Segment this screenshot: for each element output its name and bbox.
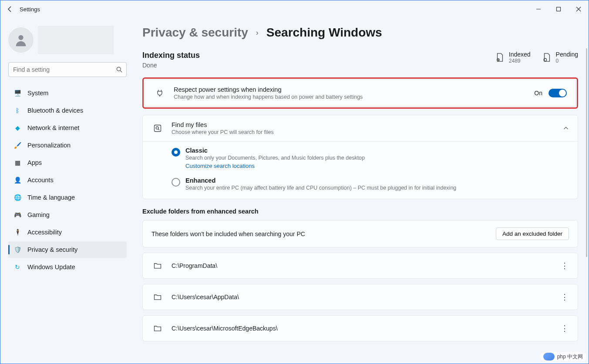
excluded-folder-row[interactable]: C:\Users\cesar\AppData\ ⋮: [142, 284, 578, 310]
settings-window: Settings 🖥️System ᛒBluetoot: [0, 0, 589, 364]
maximize-button[interactable]: [549, 0, 569, 18]
more-options-button[interactable]: ⋮: [561, 261, 569, 270]
profile-header[interactable]: [8, 26, 127, 54]
more-options-button[interactable]: ⋮: [561, 324, 569, 333]
content-area: Privacy & security › Searching Windows I…: [135, 18, 589, 364]
svg-point-2: [18, 35, 23, 40]
sidebar-item-label: Gaming: [27, 211, 50, 218]
sidebar: 🖥️System ᛒBluetooth & devices ◆Network &…: [0, 18, 135, 364]
radio-classic[interactable]: [172, 148, 180, 157]
sidebar-item-label: Personalization: [27, 142, 71, 149]
breadcrumb: Privacy & security › Searching Windows: [142, 26, 578, 40]
chevron-right-icon: ›: [256, 28, 259, 37]
customize-search-locations-link[interactable]: Customize search locations: [185, 163, 365, 169]
sidebar-item-label: System: [27, 90, 48, 97]
sidebar-item-label: Network & internet: [27, 124, 79, 131]
radio-enhanced-label: Enhanced: [185, 177, 456, 184]
exclude-intro-text: These folders won't be included when sea…: [151, 230, 305, 237]
toggle-state-label: On: [534, 90, 542, 97]
indexed-count: 2489: [509, 58, 531, 64]
avatar: [8, 27, 34, 53]
minimize-button[interactable]: [528, 0, 549, 18]
find-my-files-card: Find my files Choose where your PC will …: [142, 115, 578, 199]
sidebar-item-system[interactable]: 🖥️System: [8, 85, 127, 101]
sidebar-item-network[interactable]: ◆Network & internet: [8, 120, 127, 136]
folder-icon: [151, 293, 164, 301]
sidebar-item-time-language[interactable]: 🌐Time & language: [8, 189, 127, 206]
pending-stat: Pending0: [542, 51, 578, 64]
find-my-files-desc: Choose where your PC will search for fil…: [172, 129, 274, 135]
chevron-up-icon: [563, 125, 569, 131]
gamepad-icon: 🎮: [13, 211, 21, 219]
minimize-icon: [536, 7, 541, 12]
accessibility-icon: 🕴️: [13, 228, 21, 236]
back-button[interactable]: [0, 0, 20, 18]
power-settings-toggle[interactable]: [549, 89, 567, 97]
power-settings-title: Respect power settings when indexing: [174, 86, 363, 93]
power-settings-card[interactable]: Respect power settings when indexing Cha…: [145, 80, 576, 107]
profile-name-redacted: [38, 26, 114, 54]
search-input[interactable]: [8, 62, 127, 77]
window-controls: [528, 0, 589, 18]
sidebar-item-label: Windows Update: [27, 264, 75, 270]
sidebar-item-windows-update[interactable]: ↻Windows Update: [8, 259, 127, 275]
sidebar-item-label: Accounts: [27, 177, 54, 184]
sidebar-item-label: Privacy & security: [27, 246, 77, 253]
close-icon: [576, 7, 581, 12]
watermark-text: php 中文网: [557, 353, 583, 361]
folder-icon: [151, 261, 164, 270]
excluded-folder-row[interactable]: C:\ProgramData\ ⋮: [142, 253, 578, 279]
svg-point-8: [156, 127, 158, 129]
person-icon: [13, 33, 28, 47]
paintbrush-icon: 🖌️: [13, 141, 21, 149]
exclude-intro-card: These folders won't be included when sea…: [142, 220, 578, 247]
radio-enhanced[interactable]: [172, 178, 180, 187]
folder-icon: [151, 324, 164, 333]
sidebar-item-apps[interactable]: ▦Apps: [8, 154, 127, 171]
search-icon: [116, 67, 122, 73]
sidebar-item-accessibility[interactable]: 🕴️Accessibility: [8, 224, 127, 240]
file-check-icon: [495, 53, 505, 62]
excluded-folder-path: C:\Users\cesar\MicrosoftEdgeBackups\: [172, 325, 278, 332]
close-button[interactable]: [569, 0, 589, 18]
window-title: Settings: [20, 6, 40, 13]
php-logo-icon: [543, 353, 555, 361]
indexing-status-heading: Indexing status: [142, 51, 200, 60]
find-option-enhanced[interactable]: Enhanced Search your entire PC (may affe…: [172, 177, 569, 191]
find-options: Classic Search only your Documents, Pict…: [143, 142, 578, 199]
maximize-icon: [556, 7, 561, 12]
indexed-label: Indexed: [509, 51, 531, 58]
titlebar: Settings: [0, 0, 589, 18]
more-options-button[interactable]: ⋮: [561, 292, 569, 302]
sidebar-item-bluetooth[interactable]: ᛒBluetooth & devices: [8, 102, 127, 119]
add-excluded-folder-button[interactable]: Add an excluded folder: [496, 227, 569, 240]
wifi-icon: ◆: [13, 124, 21, 132]
search-file-icon: [151, 124, 164, 133]
apps-icon: ▦: [13, 159, 21, 167]
sidebar-item-privacy-security[interactable]: 🛡️Privacy & security: [8, 241, 127, 258]
breadcrumb-parent[interactable]: Privacy & security: [142, 26, 248, 40]
exclude-heading: Exclude folders from enhanced search: [142, 208, 578, 215]
excluded-folder-path: C:\ProgramData\: [172, 262, 217, 269]
find-option-classic[interactable]: Classic Search only your Documents, Pict…: [172, 147, 569, 169]
pending-count: 0: [556, 58, 578, 64]
sidebar-item-label: Bluetooth & devices: [27, 107, 83, 114]
sidebar-item-accounts[interactable]: 👤Accounts: [8, 172, 127, 188]
svg-line-9: [158, 129, 160, 130]
svg-line-4: [120, 70, 122, 72]
sidebar-item-personalization[interactable]: 🖌️Personalization: [8, 137, 127, 154]
svg-point-3: [117, 67, 121, 71]
search-box[interactable]: [8, 62, 127, 77]
excluded-folder-row[interactable]: C:\Users\cesar\MicrosoftEdgeBackups\ ⋮: [142, 315, 578, 341]
globe-icon: 🌐: [13, 194, 21, 201]
radio-classic-label: Classic: [185, 147, 365, 154]
vertical-scrollbar[interactable]: [585, 48, 588, 279]
sidebar-item-gaming[interactable]: 🎮Gaming: [8, 207, 127, 223]
sidebar-item-label: Time & language: [27, 194, 75, 201]
excluded-folder-path: C:\Users\cesar\AppData\: [172, 294, 239, 301]
indexing-status-row: Indexing status Done Indexed2489 Pending…: [142, 51, 578, 69]
display-icon: 🖥️: [13, 89, 21, 97]
find-my-files-header[interactable]: Find my files Choose where your PC will …: [143, 115, 578, 142]
watermark: php 中文网: [540, 352, 586, 361]
file-pending-icon: [542, 53, 552, 62]
